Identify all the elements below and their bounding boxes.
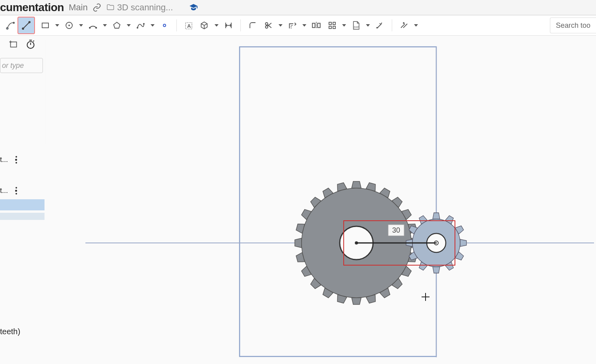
rectangle-dropdown[interactable] xyxy=(53,24,61,27)
constraint-tool[interactable] xyxy=(396,17,412,33)
svg-point-37 xyxy=(27,42,34,48)
svg-rect-27 xyxy=(329,26,331,29)
plane-tool[interactable] xyxy=(197,17,213,33)
point-tool[interactable] xyxy=(157,17,172,33)
toolbar-separator xyxy=(176,19,177,31)
app-header: cumentation Main 3D scanning... xyxy=(0,0,596,15)
dxf-dropdown[interactable] xyxy=(364,24,372,27)
svg-point-11 xyxy=(137,27,138,28)
constraint-dropdown[interactable] xyxy=(412,24,420,27)
feature-item[interactable]: t... xyxy=(0,187,12,195)
dimension-label[interactable]: 30 xyxy=(392,226,400,235)
more-icon[interactable] xyxy=(15,187,17,195)
svg-point-1 xyxy=(13,22,14,23)
feature-item[interactable]: t... xyxy=(0,156,12,164)
svg-line-40 xyxy=(33,40,34,41)
offset-dropdown[interactable] xyxy=(300,24,308,27)
rollback-bar[interactable] xyxy=(0,213,45,220)
sketch-canvas[interactable]: 30 xyxy=(46,36,596,364)
svg-point-33 xyxy=(403,23,404,23)
toolbar-separator xyxy=(392,19,392,31)
svg-point-9 xyxy=(96,27,97,29)
toolbar-separator xyxy=(240,19,241,31)
svg-point-7 xyxy=(69,25,70,26)
stopwatch-icon[interactable] xyxy=(25,39,36,51)
svg-point-8 xyxy=(89,27,91,29)
svg-point-12 xyxy=(143,23,144,24)
svg-point-3 xyxy=(22,28,24,29)
folder-breadcrumb[interactable]: 3D scanning... xyxy=(117,2,173,13)
svg-rect-25 xyxy=(329,22,331,25)
spline-dropdown[interactable] xyxy=(149,24,157,27)
svg-rect-22 xyxy=(312,23,315,28)
svg-text:DXF: DXF xyxy=(354,26,359,29)
line-tool[interactable] xyxy=(18,17,34,33)
insert-feature-icon[interactable] xyxy=(8,39,18,51)
learning-center-icon[interactable] xyxy=(189,3,198,12)
svg-rect-34 xyxy=(11,42,17,47)
search-tools-input[interactable]: Search too xyxy=(550,17,596,33)
feature-search-input[interactable]: or type xyxy=(0,58,43,73)
circle-tool[interactable] xyxy=(61,17,77,33)
trim-tool[interactable] xyxy=(261,17,277,33)
svg-text:A: A xyxy=(187,23,191,29)
selected-feature-highlight[interactable] xyxy=(0,199,45,210)
trim-dropdown[interactable] xyxy=(277,24,284,27)
circle-dropdown[interactable] xyxy=(77,24,85,27)
svg-marker-10 xyxy=(114,22,120,28)
arc-dropdown[interactable] xyxy=(101,24,109,27)
feature-label: t... xyxy=(0,187,8,195)
folder-icon xyxy=(106,3,115,12)
text-tool[interactable]: A xyxy=(181,17,197,33)
feature-tree-column xyxy=(0,36,46,54)
sketch-icon[interactable] xyxy=(2,17,18,33)
svg-rect-28 xyxy=(333,26,335,29)
part-label-fragment: teeth) xyxy=(0,327,20,336)
sketch-toolbar: A DXF Search too xyxy=(0,15,596,36)
pattern-tool[interactable] xyxy=(324,17,340,33)
image-tool[interactable] xyxy=(372,17,388,33)
dxf-tool[interactable]: DXF xyxy=(348,17,364,33)
svg-rect-26 xyxy=(333,22,335,25)
pattern-dropdown[interactable] xyxy=(340,24,348,27)
svg-rect-5 xyxy=(42,23,48,28)
feature-label: t... xyxy=(0,156,8,164)
polygon-dropdown[interactable] xyxy=(125,24,133,27)
more-icon[interactable] xyxy=(15,156,17,164)
dimension-tool[interactable] xyxy=(221,17,236,33)
arc-tool[interactable] xyxy=(85,17,101,33)
document-title: cumentation xyxy=(0,1,64,14)
offset-tool[interactable] xyxy=(284,17,300,33)
plane-dropdown[interactable] xyxy=(213,24,221,27)
polygon-tool[interactable] xyxy=(109,17,125,33)
spline-tool[interactable] xyxy=(133,17,149,33)
fillet-tool[interactable] xyxy=(245,17,261,33)
svg-line-2 xyxy=(23,22,29,29)
link-icon[interactable] xyxy=(93,3,101,12)
svg-point-4 xyxy=(29,21,30,23)
rectangle-tool[interactable] xyxy=(37,17,53,33)
branch-name[interactable]: Main xyxy=(69,2,88,13)
svg-rect-23 xyxy=(317,23,320,28)
mirror-tool[interactable] xyxy=(308,17,324,33)
